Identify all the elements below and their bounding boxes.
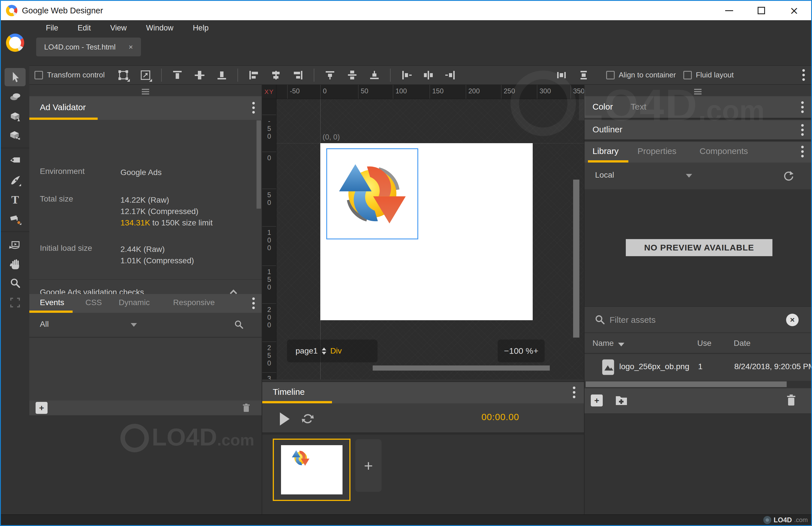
- tab-events[interactable]: Events: [40, 298, 64, 307]
- dropdown-arrow-icon[interactable]: [686, 174, 692, 178]
- menu-edit[interactable]: Edit: [78, 24, 91, 32]
- outliner-menu-icon[interactable]: [801, 124, 804, 136]
- filter-assets-input[interactable]: [610, 312, 769, 328]
- 3d-stage-rotate-tool[interactable]: [4, 235, 26, 253]
- tab-library[interactable]: Library: [593, 146, 619, 156]
- menu-window[interactable]: Window: [146, 24, 173, 32]
- align-left-icon[interactable]: [247, 68, 261, 82]
- frame-logo-thumbnail: [288, 449, 313, 467]
- clear-filter-icon[interactable]: ×: [786, 314, 799, 326]
- color-text-header: Color Text: [584, 96, 811, 119]
- minimize-icon[interactable]: [725, 10, 733, 11]
- breadcrumb-updown-icon[interactable]: [322, 348, 326, 355]
- distribute-top-icon[interactable]: [323, 68, 337, 82]
- right-panel: Color Text Outliner Library Properties C…: [584, 85, 811, 514]
- outliner-title[interactable]: Outliner: [593, 125, 622, 134]
- 3d-object-translate-tool[interactable]: [4, 126, 26, 144]
- menu-file[interactable]: File: [46, 24, 58, 32]
- search-icon[interactable]: [233, 319, 245, 331]
- distribute-right-icon[interactable]: [444, 68, 458, 82]
- tab-css[interactable]: CSS: [85, 298, 102, 307]
- playhead-time: 00:00.00: [481, 412, 519, 422]
- library-menu-icon[interactable]: [801, 146, 804, 157]
- distribute-bottom-icon[interactable]: [367, 68, 381, 82]
- tab-color[interactable]: Color: [593, 102, 613, 112]
- tag-tool[interactable]: [4, 152, 26, 170]
- ad-validator-menu-icon[interactable]: [252, 102, 255, 114]
- horizontal-scrollbar[interactable]: [373, 365, 550, 370]
- text-tool[interactable]: T: [4, 190, 26, 209]
- 3d-object-rotate-tool[interactable]: [4, 107, 26, 125]
- distribute-left-icon[interactable]: [399, 68, 414, 82]
- timeline-menu-icon[interactable]: [573, 386, 576, 398]
- transform-frame-icon[interactable]: [116, 68, 130, 82]
- asset-row[interactable]: logo_256px_ob.png 1 8/24/2018, 9:20:05 P…: [584, 354, 811, 381]
- vertical-scrollbar[interactable]: [257, 120, 261, 209]
- tab-text[interactable]: Text: [630, 102, 646, 112]
- header: File Edit View Window Help LO4D.com - Te…: [1, 20, 811, 65]
- zoom-level[interactable]: 100 %: [509, 346, 533, 356]
- column-use[interactable]: Use: [697, 339, 711, 348]
- toolbar-menu-icon[interactable]: [802, 69, 805, 81]
- drag-handle-icon[interactable]: [694, 88, 701, 96]
- trash-icon[interactable]: [241, 403, 251, 413]
- breadcrumb-page[interactable]: page1: [295, 346, 318, 355]
- menu-view[interactable]: View: [110, 24, 127, 32]
- document-tab[interactable]: LO4D.com - Test.html ×: [36, 38, 141, 56]
- distribute-vertical-center-icon[interactable]: [345, 68, 359, 82]
- align-bottom-icon[interactable]: [215, 68, 229, 82]
- tab-responsive[interactable]: Responsive: [173, 298, 215, 307]
- column-date[interactable]: Date: [734, 339, 751, 348]
- drag-handle-icon[interactable]: [142, 88, 149, 96]
- close-icon[interactable]: ×: [789, 5, 799, 16]
- refresh-icon[interactable]: [782, 169, 795, 182]
- add-asset-button[interactable]: +: [591, 394, 603, 407]
- maximize-icon[interactable]: [758, 7, 765, 14]
- color-panel-menu-icon[interactable]: [801, 101, 804, 113]
- free-transform-icon[interactable]: [139, 68, 153, 82]
- tab-properties[interactable]: Properties: [637, 146, 677, 156]
- play-icon[interactable]: [280, 412, 290, 425]
- transform-control-checkbox[interactable]: [34, 71, 43, 79]
- pen-tool[interactable]: [4, 171, 26, 189]
- fullscreen-tool[interactable]: [4, 293, 26, 312]
- horizontal-scrollbar[interactable]: [586, 381, 787, 387]
- column-name[interactable]: Name: [593, 339, 614, 348]
- zoom-tool[interactable]: [4, 274, 26, 292]
- frame-thumbnail-selected[interactable]: [273, 439, 350, 501]
- outliner-header: Outliner: [584, 120, 811, 141]
- ruler-corner[interactable]: XY: [262, 85, 276, 99]
- events-menu-icon[interactable]: [252, 297, 255, 309]
- fluid-layout-checkbox[interactable]: [683, 71, 692, 79]
- align-to-container-checkbox[interactable]: [606, 71, 615, 79]
- stage[interactable]: (0, 0): [276, 99, 584, 379]
- vertical-scrollbar[interactable]: [573, 180, 579, 338]
- zoom-in-button[interactable]: +: [533, 346, 538, 356]
- menu-help[interactable]: Help: [193, 24, 209, 32]
- ellipse-marquee-tool[interactable]: [4, 87, 26, 106]
- space-vertical-icon[interactable]: [577, 68, 591, 82]
- align-top-icon[interactable]: [170, 68, 185, 82]
- tab-close-icon[interactable]: ×: [129, 43, 133, 52]
- breadcrumb-element[interactable]: Div: [330, 346, 342, 355]
- align-right-icon[interactable]: [291, 68, 305, 82]
- align-horizontal-center-icon[interactable]: [269, 68, 283, 82]
- zoom-out-button[interactable]: −: [504, 346, 509, 356]
- hand-tool[interactable]: [4, 255, 26, 273]
- selection-tool[interactable]: [4, 68, 26, 86]
- tab-dynamic[interactable]: Dynamic: [119, 298, 150, 307]
- distribute-horizontal-center-icon[interactable]: [421, 68, 436, 82]
- trash-icon[interactable]: [785, 394, 797, 407]
- space-horizontal-icon[interactable]: [554, 68, 569, 82]
- add-frame-button[interactable]: +: [355, 439, 381, 492]
- asset-source-value[interactable]: Local: [595, 171, 614, 180]
- add-folder-icon[interactable]: [614, 394, 629, 407]
- align-vertical-center-icon[interactable]: [192, 68, 207, 82]
- fill-tool[interactable]: [4, 210, 26, 228]
- tab-components[interactable]: Components: [699, 146, 748, 156]
- selected-image-element[interactable]: [326, 148, 418, 239]
- add-event-button[interactable]: +: [35, 402, 47, 414]
- dropdown-arrow-icon[interactable]: [131, 323, 137, 327]
- event-filter-value[interactable]: All: [40, 320, 49, 329]
- loop-icon[interactable]: [301, 412, 315, 425]
